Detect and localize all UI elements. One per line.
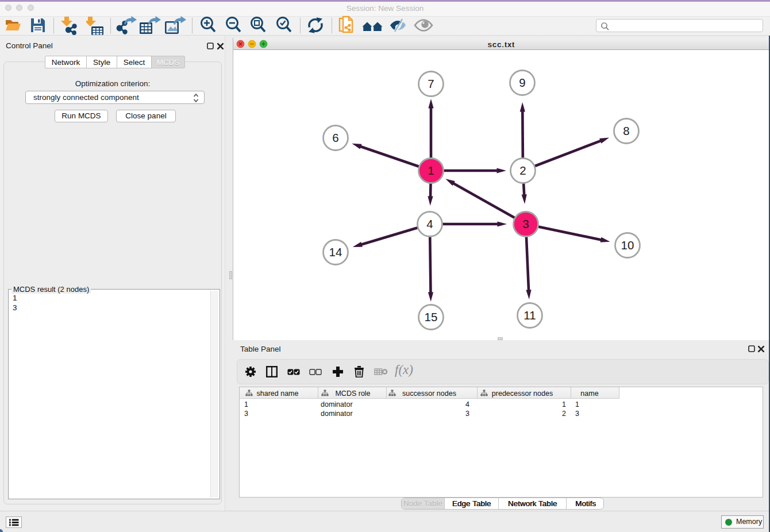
svg-text:8: 8 bbox=[623, 124, 629, 137]
svg-text:4: 4 bbox=[426, 217, 433, 230]
svg-text:6: 6 bbox=[332, 131, 338, 144]
svg-text:2: 2 bbox=[519, 164, 526, 177]
svg-text:15: 15 bbox=[425, 310, 438, 323]
svg-text:11: 11 bbox=[523, 309, 536, 322]
svg-text:7: 7 bbox=[428, 77, 434, 90]
svg-text:10: 10 bbox=[621, 238, 634, 252]
svg-text:1: 1 bbox=[428, 164, 434, 177]
svg-text:14: 14 bbox=[329, 245, 342, 259]
svg-text:9: 9 bbox=[519, 76, 525, 89]
svg-text:3: 3 bbox=[522, 217, 529, 230]
